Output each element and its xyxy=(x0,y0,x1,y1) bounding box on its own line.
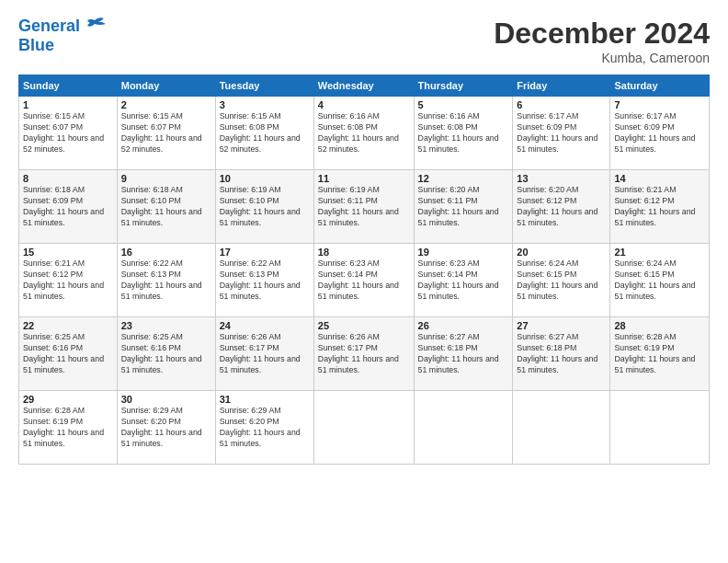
day-info: Sunrise: 6:26 AMSunset: 6:17 PMDaylight:… xyxy=(318,332,410,376)
calendar-cell xyxy=(313,391,414,465)
calendar-week-row: 15 Sunrise: 6:21 AMSunset: 6:12 PMDaylig… xyxy=(19,244,710,317)
day-number: 14 xyxy=(614,173,705,184)
day-info: Sunrise: 6:25 AMSunset: 6:16 PMDaylight:… xyxy=(23,332,113,376)
day-number: 25 xyxy=(318,320,410,331)
day-number: 23 xyxy=(121,320,211,331)
day-number: 8 xyxy=(23,173,113,184)
day-info: Sunrise: 6:23 AMSunset: 6:14 PMDaylight:… xyxy=(418,259,509,303)
logo-general: General xyxy=(18,17,80,35)
day-number: 5 xyxy=(418,99,509,110)
logo-blue: Blue xyxy=(18,37,54,55)
calendar-cell: 12 Sunrise: 6:20 AMSunset: 6:11 PMDaylig… xyxy=(414,170,513,244)
day-number: 7 xyxy=(614,99,705,110)
calendar-cell: 17 Sunrise: 6:22 AMSunset: 6:13 PMDaylig… xyxy=(215,244,313,317)
weekday-header: Tuesday xyxy=(215,75,313,97)
calendar-cell xyxy=(610,391,710,465)
day-number: 12 xyxy=(418,173,509,184)
day-number: 20 xyxy=(517,247,606,258)
day-number: 16 xyxy=(121,247,211,258)
calendar-cell: 3 Sunrise: 6:15 AMSunset: 6:08 PMDayligh… xyxy=(215,97,313,170)
calendar-cell: 8 Sunrise: 6:18 AMSunset: 6:09 PMDayligh… xyxy=(19,170,118,244)
day-info: Sunrise: 6:15 AMSunset: 6:08 PMDaylight:… xyxy=(220,111,310,155)
day-number: 4 xyxy=(318,99,410,110)
calendar-week-row: 22 Sunrise: 6:25 AMSunset: 6:16 PMDaylig… xyxy=(19,317,710,391)
weekday-header: Wednesday xyxy=(313,75,414,97)
calendar-cell: 30 Sunrise: 6:29 AMSunset: 6:20 PMDaylig… xyxy=(117,391,215,465)
calendar-week-row: 29 Sunrise: 6:28 AMSunset: 6:19 PMDaylig… xyxy=(19,391,710,465)
day-info: Sunrise: 6:16 AMSunset: 6:08 PMDaylight:… xyxy=(318,111,410,155)
day-number: 26 xyxy=(418,320,509,331)
day-info: Sunrise: 6:22 AMSunset: 6:13 PMDaylight:… xyxy=(121,259,211,303)
day-info: Sunrise: 6:20 AMSunset: 6:11 PMDaylight:… xyxy=(418,185,509,229)
day-number: 1 xyxy=(23,99,113,110)
calendar-cell: 14 Sunrise: 6:21 AMSunset: 6:12 PMDaylig… xyxy=(610,170,710,244)
calendar-cell: 29 Sunrise: 6:28 AMSunset: 6:19 PMDaylig… xyxy=(19,391,118,465)
calendar-cell: 22 Sunrise: 6:25 AMSunset: 6:16 PMDaylig… xyxy=(19,317,118,391)
day-info: Sunrise: 6:17 AMSunset: 6:09 PMDaylight:… xyxy=(517,111,606,155)
day-info: Sunrise: 6:29 AMSunset: 6:20 PMDaylight:… xyxy=(220,406,310,450)
calendar-week-row: 1 Sunrise: 6:15 AMSunset: 6:07 PMDayligh… xyxy=(19,97,710,170)
day-number: 21 xyxy=(614,247,705,258)
calendar-cell: 16 Sunrise: 6:22 AMSunset: 6:13 PMDaylig… xyxy=(117,244,215,317)
day-info: Sunrise: 6:16 AMSunset: 6:08 PMDaylight:… xyxy=(418,111,509,155)
calendar-cell: 10 Sunrise: 6:19 AMSunset: 6:10 PMDaylig… xyxy=(215,170,313,244)
day-info: Sunrise: 6:19 AMSunset: 6:11 PMDaylight:… xyxy=(318,185,410,229)
day-info: Sunrise: 6:15 AMSunset: 6:07 PMDaylight:… xyxy=(23,111,113,155)
calendar-cell: 31 Sunrise: 6:29 AMSunset: 6:20 PMDaylig… xyxy=(215,391,313,465)
calendar-week-row: 8 Sunrise: 6:18 AMSunset: 6:09 PMDayligh… xyxy=(19,170,710,244)
calendar-cell: 18 Sunrise: 6:23 AMSunset: 6:14 PMDaylig… xyxy=(313,244,414,317)
day-info: Sunrise: 6:21 AMSunset: 6:12 PMDaylight:… xyxy=(614,185,705,229)
day-info: Sunrise: 6:17 AMSunset: 6:09 PMDaylight:… xyxy=(614,111,705,155)
day-number: 24 xyxy=(220,320,310,331)
day-number: 15 xyxy=(23,247,113,258)
calendar-table: SundayMondayTuesdayWednesdayThursdayFrid… xyxy=(18,75,710,465)
calendar-cell: 26 Sunrise: 6:27 AMSunset: 6:18 PMDaylig… xyxy=(414,317,513,391)
weekday-header-row: SundayMondayTuesdayWednesdayThursdayFrid… xyxy=(19,75,710,97)
weekday-header: Sunday xyxy=(19,75,118,97)
day-info: Sunrise: 6:21 AMSunset: 6:12 PMDaylight:… xyxy=(23,259,113,303)
title-block: December 2024 Kumba, Cameroon xyxy=(494,17,710,65)
day-number: 13 xyxy=(517,173,606,184)
day-info: Sunrise: 6:20 AMSunset: 6:12 PMDaylight:… xyxy=(517,185,606,229)
calendar-cell: 20 Sunrise: 6:24 AMSunset: 6:15 PMDaylig… xyxy=(513,244,610,317)
calendar-cell: 27 Sunrise: 6:27 AMSunset: 6:18 PMDaylig… xyxy=(513,317,610,391)
calendar-cell: 1 Sunrise: 6:15 AMSunset: 6:07 PMDayligh… xyxy=(19,97,118,170)
calendar-cell: 7 Sunrise: 6:17 AMSunset: 6:09 PMDayligh… xyxy=(610,97,710,170)
calendar-cell: 28 Sunrise: 6:28 AMSunset: 6:19 PMDaylig… xyxy=(610,317,710,391)
logo: General Blue xyxy=(18,17,108,55)
day-info: Sunrise: 6:24 AMSunset: 6:15 PMDaylight:… xyxy=(614,259,705,303)
day-number: 22 xyxy=(23,320,113,331)
calendar-cell: 6 Sunrise: 6:17 AMSunset: 6:09 PMDayligh… xyxy=(513,97,610,170)
calendar-cell: 13 Sunrise: 6:20 AMSunset: 6:12 PMDaylig… xyxy=(513,170,610,244)
day-number: 28 xyxy=(614,320,705,331)
calendar-cell: 15 Sunrise: 6:21 AMSunset: 6:12 PMDaylig… xyxy=(19,244,118,317)
day-number: 27 xyxy=(517,320,606,331)
day-number: 18 xyxy=(318,247,410,258)
calendar-cell xyxy=(414,391,513,465)
day-number: 17 xyxy=(220,247,310,258)
weekday-header: Monday xyxy=(117,75,215,97)
day-info: Sunrise: 6:19 AMSunset: 6:10 PMDaylight:… xyxy=(220,185,310,229)
calendar-cell: 24 Sunrise: 6:26 AMSunset: 6:17 PMDaylig… xyxy=(215,317,313,391)
day-info: Sunrise: 6:18 AMSunset: 6:09 PMDaylight:… xyxy=(23,185,113,229)
calendar-cell: 19 Sunrise: 6:23 AMSunset: 6:14 PMDaylig… xyxy=(414,244,513,317)
day-number: 3 xyxy=(220,99,310,110)
calendar-cell: 9 Sunrise: 6:18 AMSunset: 6:10 PMDayligh… xyxy=(117,170,215,244)
calendar-cell: 25 Sunrise: 6:26 AMSunset: 6:17 PMDaylig… xyxy=(313,317,414,391)
day-info: Sunrise: 6:27 AMSunset: 6:18 PMDaylight:… xyxy=(418,332,509,376)
calendar-cell: 21 Sunrise: 6:24 AMSunset: 6:15 PMDaylig… xyxy=(610,244,710,317)
day-info: Sunrise: 6:29 AMSunset: 6:20 PMDaylight:… xyxy=(121,406,211,450)
day-number: 19 xyxy=(418,247,509,258)
calendar-cell: 23 Sunrise: 6:25 AMSunset: 6:16 PMDaylig… xyxy=(117,317,215,391)
day-info: Sunrise: 6:26 AMSunset: 6:17 PMDaylight:… xyxy=(220,332,310,376)
logo-bird-icon xyxy=(82,17,108,37)
day-number: 6 xyxy=(517,99,606,110)
day-info: Sunrise: 6:22 AMSunset: 6:13 PMDaylight:… xyxy=(220,259,310,303)
calendar-cell: 2 Sunrise: 6:15 AMSunset: 6:07 PMDayligh… xyxy=(117,97,215,170)
location: Kumba, Cameroon xyxy=(494,51,710,65)
month-title: December 2024 xyxy=(494,17,710,51)
day-number: 31 xyxy=(220,394,310,405)
calendar-cell: 4 Sunrise: 6:16 AMSunset: 6:08 PMDayligh… xyxy=(313,97,414,170)
calendar-cell: 5 Sunrise: 6:16 AMSunset: 6:08 PMDayligh… xyxy=(414,97,513,170)
day-info: Sunrise: 6:28 AMSunset: 6:19 PMDaylight:… xyxy=(23,406,113,450)
